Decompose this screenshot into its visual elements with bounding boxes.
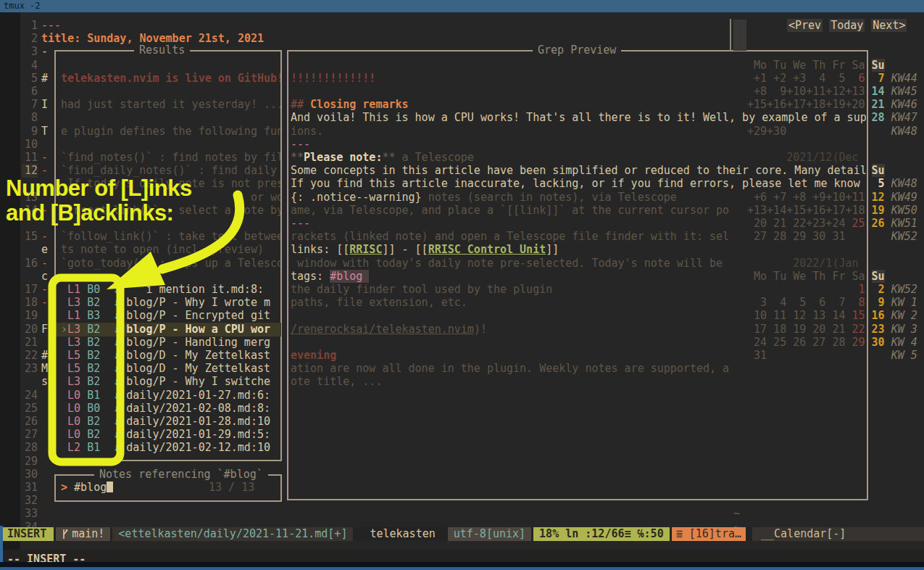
calendar-next-button[interactable]: Next> — [871, 19, 907, 32]
terminal-screen: 1234567891011121314151617181920212223242… — [0, 12, 924, 562]
results-ghost-line: `find_notes()` : find notes by fil — [61, 151, 280, 165]
calendar-row[interactable]: Mo Tu We Th Fr Sa Su — [747, 59, 885, 73]
buffer-line: # — [41, 349, 48, 363]
calendar-today-button[interactable]: Today — [829, 19, 865, 32]
plugin-name: telekasten — [355, 527, 445, 541]
mode-indicator: INSERT — [0, 527, 54, 541]
window-separator — [730, 19, 731, 51]
result-row[interactable]: L5 B2 ↓ blog/D - My Zettelkast — [61, 349, 270, 363]
calendar-row[interactable]: +8 9+10+11+12+13 14 KW45 — [747, 85, 917, 99]
prompt-title: Notes referencing `#blog` — [94, 468, 268, 481]
calendar-row[interactable]: +13+14+15+16+17+18 19 KW50 — [747, 204, 917, 218]
gutter-line: 26 — [22, 415, 38, 429]
search-input[interactable]: > #blog — [61, 481, 113, 494]
gutter-line: 19 — [22, 309, 38, 323]
calendar-row[interactable]: 2021/12(Dec — [747, 151, 865, 165]
preview-line: ions. — [291, 125, 323, 139]
calendar-row[interactable]: 3 4 5 6 7 8 9 KW 1 — [747, 296, 917, 310]
result-row[interactable]: L1 B3 ↓ blog/P - Encrypted git — [61, 309, 270, 323]
calendar-row[interactable]: +15+16+17+18+19+20 21 KW46 — [747, 98, 917, 112]
preview-line: the daily finder tool used by the plugin — [291, 283, 552, 297]
calendar-row[interactable]: 20 21 22+23+24 25 26 KW51 — [747, 217, 917, 231]
result-row[interactable]: ›L3 B2 ↓ blog/P - How a CPU wor — [55, 323, 281, 336]
calendar-row[interactable]: 1 2 KW52 — [747, 283, 917, 297]
calendar-row[interactable]: 2022/1(Jan — [747, 257, 865, 270]
encoding-segment: utf-8[unix] — [448, 527, 531, 541]
calendar-row[interactable]: +1 +2 +3 4 5 6 7 KW44 — [747, 72, 917, 86]
result-row[interactable]: L2 B1 ↓ daily/2021-02-12.md:10 — [61, 441, 270, 455]
buffer-line: e — [41, 243, 48, 257]
results-ghost-line: `follow_link()` : take text between — [61, 230, 280, 244]
calendar-prev-button[interactable]: <Prev — [787, 19, 823, 32]
gutter-line: 27 — [22, 428, 38, 442]
results-ghost-line: e plugin defines the following fun — [61, 125, 280, 139]
result-row[interactable]: L1 B0 ↓ i mention it.md:8: — [61, 283, 264, 297]
prompt-space — [67, 481, 74, 494]
calendar-row[interactable]: +29+30 KW48 — [747, 125, 917, 139]
calendar-row[interactable]: 24 25 26 27 28 29 30 KW 4 — [747, 336, 917, 350]
results-ghost-line: ts note to open (incl. preview) — [61, 243, 264, 257]
preview-line: ote title, ... — [291, 375, 382, 389]
gutter-line: 2 — [22, 32, 38, 46]
preview-line: --- — [291, 217, 310, 231]
gutter-line: 7 — [22, 98, 38, 112]
grep-preview-title: Grep Preview — [533, 44, 621, 57]
buffer-line: s — [41, 375, 48, 389]
calendar-gutter-block — [733, 20, 746, 51]
buffer-line: F — [41, 323, 48, 336]
text-cursor — [107, 482, 113, 492]
result-row[interactable]: L3 B2 ↓ blog/P - Handling merg — [61, 336, 270, 350]
gutter-line: 9 — [22, 125, 38, 139]
calendar-row[interactable]: 27 28 29 30 31 KW52 — [747, 230, 917, 244]
calendar-row[interactable]: 31 KW 5 — [747, 349, 917, 363]
calendar-nav: <Prev Today Next> — [787, 19, 907, 32]
preview-line: ation are now all done in the plugin. We… — [291, 362, 729, 376]
calendar-row[interactable]: 5 KW48 — [747, 177, 917, 191]
gutter-line: 16 — [22, 257, 38, 270]
preview-line: !!!!!!!!!!!!! — [291, 72, 375, 86]
calendar-row[interactable]: +6 +7 +8 +9+10+11 12 KW49 — [747, 191, 917, 205]
gutter-line: 4 — [22, 59, 38, 73]
preview-line: /renerocksai/telekasten.nvim)! — [291, 323, 487, 336]
buffer-line: c — [41, 270, 48, 284]
gutter-line: 17 — [22, 283, 38, 297]
gutter-line: 8 — [22, 111, 38, 125]
preview-line: --- — [291, 138, 310, 152]
gutter-line: 15 — [22, 230, 38, 244]
git-branch-label: main! — [72, 527, 104, 541]
result-row[interactable]: L0 B1 ↓ daily/2021-01-27.md:6: — [61, 389, 270, 402]
gutter-line: 5 — [22, 72, 38, 86]
buffer-line: T — [41, 125, 48, 139]
calendar-row[interactable]: 28 KW47 — [747, 111, 917, 125]
calendar-row[interactable]: 10 11 12 13 14 15 16 KW 2 — [747, 309, 917, 323]
gutter-line: 18 — [22, 296, 38, 310]
whitespace-warning-segment: ≣ [16]tra… — [672, 527, 746, 541]
calendar-row[interactable]: 17 18 19 20 21 22 23 KW 3 — [747, 323, 917, 336]
result-row[interactable]: L0 B0 ↓ daily/2021-02-08.md:8: — [61, 402, 270, 416]
gutter-line: 10 — [22, 138, 38, 152]
calendar-row[interactable]: Mo Tu We Th Fr Sa Su — [747, 270, 885, 284]
result-row[interactable]: L3 B2 ↓ blog/P - Why I wrote m — [61, 296, 270, 310]
preview-line: ame, via Telescope, and place a `[[link]… — [291, 204, 729, 218]
window-bottom-frame — [0, 562, 924, 570]
gutter-line: 23 — [22, 362, 38, 376]
calendar-row[interactable]: Su — [747, 164, 885, 178]
buffer-line: - — [41, 296, 48, 310]
empty-line-tilde: ~ — [733, 507, 740, 521]
result-row[interactable]: L5 B2 ↓ blog/D - My Zettelkast — [61, 362, 270, 376]
result-row[interactable]: L0 B2 ↓ daily/2021-01-29.md:5: — [61, 428, 270, 442]
result-row[interactable]: L0 B2 ↓ daily/2021-01-28.md:10 — [61, 415, 270, 429]
gutter-line: 28 — [22, 441, 38, 455]
git-branch-icon — [62, 529, 68, 540]
gutter-line: 25 — [22, 402, 38, 416]
result-row[interactable]: L3 B2 ↓ blog/P - Why I switche — [61, 375, 270, 389]
annotation-line1: Number of [L]inks — [6, 176, 192, 201]
results-ghost-line: telekasten.nvim is live on GitHub! — [61, 72, 280, 86]
preview-line: ## Closing remarks — [291, 98, 409, 112]
buffer-line: M — [41, 362, 48, 376]
pane-left-margin — [0, 12, 20, 562]
prompt-caret: > — [61, 481, 67, 494]
preview-line: evening — [291, 349, 336, 363]
gutter-line: 22 — [22, 349, 38, 363]
buffer-line: I — [41, 98, 48, 112]
